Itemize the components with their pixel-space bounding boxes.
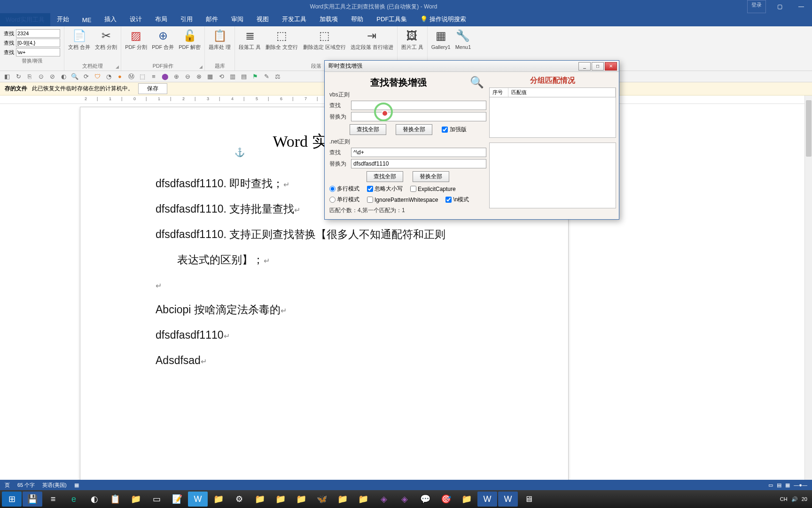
taskbar-app[interactable]: 📁 — [353, 492, 373, 507]
qat-icon[interactable]: ▦ — [206, 73, 214, 80]
qat-icon[interactable]: ≡ — [149, 73, 158, 80]
taskbar-app[interactable]: 📁 — [209, 492, 228, 507]
scrollbar-thumb[interactable] — [806, 100, 812, 157]
tab-home[interactable]: 开始 — [50, 13, 76, 26]
find-input-2[interactable] — [16, 39, 60, 47]
dialog-close-button[interactable]: ✕ — [605, 62, 617, 71]
qat-icon[interactable]: ⊕ — [172, 73, 180, 80]
system-tray[interactable]: CH 🔊 20 — [780, 496, 810, 502]
launcher-icon[interactable]: ◢ — [116, 64, 119, 69]
taskbar-app[interactable]: W — [477, 492, 497, 507]
para-delsel-button[interactable]: ⬚删除选定 区域空行 — [303, 28, 346, 50]
taskbar-app[interactable]: 🖥 — [519, 492, 539, 507]
enhanced-checkbox[interactable] — [442, 127, 448, 133]
zoom-slider[interactable]: —●— — [794, 482, 807, 488]
find-input-3[interactable] — [16, 48, 60, 56]
nmode-checkbox[interactable] — [445, 197, 452, 203]
qat-icon[interactable]: 🛡 — [93, 73, 102, 80]
ignorespace-checkbox[interactable] — [367, 197, 373, 203]
para-indent-button[interactable]: ⇥选定段落 首行缩进 — [351, 28, 393, 50]
qat-icon[interactable]: ◔ — [104, 73, 113, 80]
qat-icon[interactable]: ⬚ — [138, 73, 147, 80]
pdf-merge-button[interactable]: ⊕PDF 合并 — [152, 28, 174, 50]
tab-help[interactable]: 帮助 — [344, 13, 370, 26]
taskbar-app[interactable]: 📝 — [167, 492, 187, 507]
taskbar-app[interactable]: 📁 — [333, 492, 352, 507]
taskbar-app[interactable]: ◐ — [85, 492, 104, 507]
taskbar-app[interactable]: 💬 — [415, 492, 435, 507]
tab-addins[interactable]: 加载项 — [313, 13, 344, 26]
qat-icon[interactable]: ◐ — [59, 73, 68, 80]
tab-design[interactable]: 设计 — [123, 13, 148, 26]
status-language[interactable]: 英语(美国) — [42, 482, 66, 489]
ribbon-display-button[interactable]: ▢ — [769, 0, 790, 13]
view-read-icon[interactable]: ▭ — [768, 482, 773, 488]
launcher-icon[interactable]: ◢ — [199, 64, 203, 69]
match-table-body[interactable] — [489, 97, 616, 138]
taskbar-app[interactable]: 📋 — [105, 492, 125, 507]
vbs-find-input[interactable] — [351, 101, 486, 110]
tab-insert[interactable]: 插入 — [98, 13, 123, 26]
taskbar-app[interactable]: ▭ — [147, 492, 166, 507]
qat-icon[interactable]: ✎ — [262, 73, 271, 80]
tray-icon[interactable]: 🔊 — [791, 496, 798, 502]
tiku-button[interactable]: 📋题库处 理 — [209, 28, 231, 50]
view-web-icon[interactable]: ▦ — [785, 482, 790, 488]
status-macro-icon[interactable]: ▦ — [74, 482, 79, 488]
net-find-input[interactable] — [351, 148, 486, 157]
vbs-replace-input[interactable] — [351, 112, 486, 121]
pdf-decrypt-button[interactable]: 🔓PDF 解密 — [179, 28, 201, 50]
status-page[interactable]: 页 — [5, 482, 10, 489]
vbs-findall-button[interactable]: 查找全部 — [350, 124, 386, 135]
find-input-1[interactable] — [16, 29, 60, 38]
result-box[interactable] — [489, 143, 616, 208]
dialog-titlebar[interactable]: 即时查找增强 _ □ ✕ — [325, 61, 619, 72]
taskbar-app[interactable]: ⚙ — [229, 492, 249, 507]
login-button[interactable]: 登录 — [747, 0, 766, 13]
qat-icon[interactable]: 🔍 — [70, 73, 79, 80]
singleline-radio[interactable] — [329, 197, 336, 203]
tray-ime[interactable]: CH — [780, 496, 788, 502]
doc-merge-button[interactable]: 📄文档 合并 — [68, 28, 90, 50]
qat-icon[interactable]: ⚖ — [273, 73, 282, 80]
qat-icon[interactable]: ● — [116, 73, 124, 80]
minimize-button[interactable]: — — [790, 0, 812, 13]
taskbar-app[interactable]: 📁 — [126, 492, 146, 507]
taskbar-app[interactable]: 📁 — [291, 492, 311, 507]
view-print-icon[interactable]: ▤ — [777, 482, 781, 488]
vertical-scrollbar[interactable] — [804, 95, 812, 480]
tab-view[interactable]: 视图 — [250, 13, 275, 26]
tell-me[interactable]: 💡操作说明搜索 — [414, 13, 473, 26]
qat-icon[interactable]: ◧ — [3, 73, 11, 80]
qat-icon[interactable]: ⎘ — [25, 73, 34, 80]
tab-mailings[interactable]: 邮件 — [199, 13, 225, 26]
qat-icon[interactable]: ▥ — [228, 73, 237, 80]
explicit-checkbox[interactable] — [410, 186, 416, 192]
vbs-replaceall-button[interactable]: 替换全部 — [396, 124, 432, 135]
qat-icon[interactable]: ⊖ — [183, 73, 192, 80]
taskbar-app[interactable]: ≡ — [43, 492, 63, 507]
qat-icon[interactable]: ⟲ — [217, 73, 226, 80]
tab-me[interactable]: ME — [76, 14, 98, 26]
dialog-maximize-button[interactable]: □ — [592, 62, 604, 71]
qat-icon[interactable]: ⊘ — [48, 73, 56, 80]
qat-icon[interactable]: Ⓜ — [127, 72, 135, 81]
taskbar-app[interactable]: W — [188, 492, 208, 507]
dialog-minimize-button[interactable]: _ — [578, 62, 591, 71]
taskbar-app[interactable]: 🎯 — [436, 492, 456, 507]
multiline-radio[interactable] — [329, 186, 336, 192]
tab-layout[interactable]: 布局 — [148, 13, 174, 26]
recovery-save-button[interactable]: 保存 — [138, 83, 167, 94]
tab-word-tools[interactable]: Word实用工具 — [0, 13, 50, 26]
qat-icon[interactable]: ⚑ — [251, 73, 259, 80]
net-findall-button[interactable]: 查找全部 — [367, 171, 403, 182]
taskbar-app[interactable]: 💾 — [23, 492, 42, 507]
net-replace-input[interactable] — [351, 159, 486, 168]
tray-time[interactable]: 20 — [802, 496, 807, 502]
taskbar-app[interactable]: ◈ — [395, 492, 414, 507]
pic-tool-button[interactable]: 🖼图片工 具 — [401, 28, 423, 50]
qat-icon[interactable]: ⊙ — [37, 73, 45, 80]
taskbar-app[interactable]: 📁 — [457, 492, 476, 507]
ignorecase-checkbox[interactable] — [367, 186, 373, 192]
tab-developer[interactable]: 开发工具 — [275, 13, 313, 26]
